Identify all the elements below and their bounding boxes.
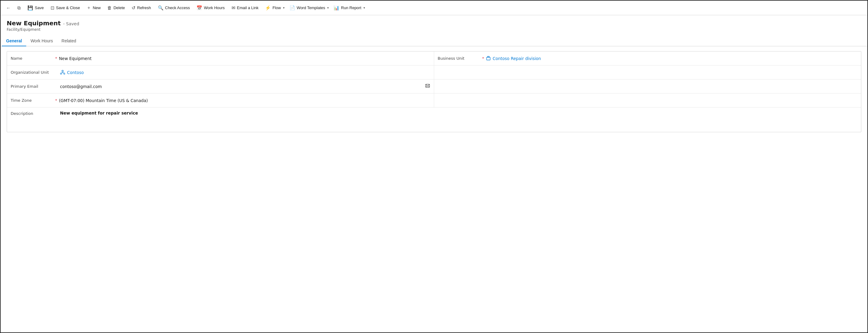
flow-label: Flow — [272, 5, 281, 10]
save-button[interactable]: 💾 Save — [24, 3, 47, 12]
tab-related[interactable]: Related — [57, 36, 81, 46]
form-right-business-unit: Business Unit * Contoso Repair division — [434, 52, 861, 65]
page-saved-status: - Saved — [63, 21, 79, 26]
back-button[interactable]: ← — [3, 3, 14, 12]
check-access-label: Check Access — [165, 5, 190, 10]
flow-icon: ⚡ — [265, 5, 271, 11]
new-button[interactable]: ＋ New — [84, 3, 103, 12]
org-unit-value[interactable]: Contoso — [67, 70, 430, 75]
org-unit-icon — [60, 70, 65, 75]
business-unit-required: * — [482, 56, 485, 61]
refresh-label: Refresh — [137, 5, 151, 10]
name-required: * — [55, 56, 57, 61]
svg-point-4 — [64, 73, 65, 74]
refresh-icon: ↺ — [132, 5, 135, 11]
form-row-org-unit: Organizational Unit Contoso — [7, 65, 861, 80]
form-row-email: Primary Email contoso@gmail.com — [7, 80, 861, 94]
run-report-dropdown-arrow: ▾ — [364, 6, 365, 9]
run-report-icon: 📊 — [334, 5, 339, 11]
svg-rect-1 — [488, 56, 489, 57]
form-left-org-unit: Organizational Unit Contoso — [7, 65, 434, 79]
time-zone-required: * — [55, 98, 57, 103]
form-left-email: Primary Email contoso@gmail.com — [7, 80, 434, 93]
name-value[interactable]: New Equipment — [59, 56, 430, 61]
check-access-icon: 🔍 — [158, 5, 164, 11]
word-templates-button[interactable]: 📄 Word Templates ▾ — [286, 3, 330, 12]
time-zone-value[interactable]: (GMT-07:00) Mountain Time (US & Canada) — [59, 98, 430, 103]
tab-general[interactable]: General — [2, 36, 26, 46]
word-templates-icon: 📄 — [289, 5, 295, 11]
svg-point-2 — [62, 70, 63, 72]
form-row-description: Description New equipment for repair ser… — [7, 108, 861, 132]
form-card: Name * New Equipment Business Unit * Con… — [7, 51, 861, 132]
work-hours-icon: 📅 — [196, 5, 202, 11]
run-report-button[interactable]: 📊 Run Report ▾ — [331, 3, 366, 12]
work-hours-button[interactable]: 📅 Work Hours — [193, 3, 227, 12]
form-left-name: Name * New Equipment — [7, 52, 434, 65]
email-link-icon: ✉ — [231, 5, 236, 11]
toolbar: ← ⧉ 💾 Save ⊡ Save & Close ＋ New 🗑 Delete… — [1, 1, 867, 15]
delete-button[interactable]: 🗑 Delete — [104, 3, 128, 12]
check-access-button[interactable]: 🔍 Check Access — [155, 3, 193, 12]
page-header: New Equipment - Saved Facility/Equipment — [1, 15, 867, 32]
flow-dropdown-arrow: ▾ — [283, 6, 285, 9]
form-right-org-unit-empty — [434, 65, 861, 79]
new-label: New — [93, 5, 100, 10]
tab-work-hours[interactable]: Work Hours — [26, 36, 57, 46]
org-unit-label: Organizational Unit — [11, 70, 53, 74]
business-unit-value[interactable]: Contoso Repair division — [493, 56, 857, 61]
email-link-label: Email a Link — [237, 5, 259, 10]
save-label: Save — [35, 5, 44, 10]
name-label: Name — [11, 56, 53, 61]
form-right-timezone-empty — [434, 94, 861, 107]
email-link-button[interactable]: ✉ Email a Link — [228, 3, 262, 12]
form-right-email-empty — [434, 80, 861, 93]
svg-point-3 — [60, 73, 62, 74]
form-area: Name * New Equipment Business Unit * Con… — [1, 46, 867, 137]
save-icon: 💾 — [27, 5, 33, 11]
description-label: Description — [11, 111, 53, 116]
time-zone-label: Time Zone — [11, 98, 53, 103]
word-templates-label: Word Templates — [297, 5, 325, 10]
window-icon: ⧉ — [18, 5, 21, 11]
form-left-timezone: Time Zone * (GMT-07:00) Mountain Time (U… — [7, 94, 434, 107]
save-close-label: Save & Close — [56, 5, 80, 10]
run-report-label: Run Report — [341, 5, 361, 10]
form-row-timezone: Time Zone * (GMT-07:00) Mountain Time (U… — [7, 94, 861, 108]
form-row-name: Name * New Equipment Business Unit * Con… — [7, 52, 861, 65]
window-button[interactable]: ⧉ — [14, 3, 24, 12]
primary-email-label: Primary Email — [11, 84, 53, 89]
delete-icon: 🗑 — [107, 5, 112, 10]
save-close-button[interactable]: ⊡ Save & Close — [48, 3, 83, 12]
back-icon: ← — [6, 5, 11, 10]
tabs: General Work Hours Related — [1, 36, 867, 46]
description-value[interactable]: New equipment for repair service — [60, 111, 138, 116]
work-hours-label: Work Hours — [204, 5, 224, 10]
business-unit-label: Business Unit — [438, 56, 480, 61]
save-close-icon: ⊡ — [51, 5, 55, 11]
new-icon: ＋ — [87, 5, 91, 11]
flow-button[interactable]: ⚡ Flow ▾ — [262, 3, 285, 12]
email-action-icon[interactable] — [425, 83, 430, 90]
email-row-inner: contoso@gmail.com — [60, 83, 430, 90]
page-title: New Equipment — [7, 20, 61, 27]
delete-label: Delete — [113, 5, 125, 10]
refresh-button[interactable]: ↺ Refresh — [129, 3, 154, 12]
word-templates-dropdown-arrow: ▾ — [327, 6, 329, 9]
svg-rect-0 — [487, 57, 490, 60]
page-subtitle: Facility/Equipment — [7, 27, 861, 32]
business-unit-icon — [486, 56, 491, 61]
primary-email-value[interactable]: contoso@gmail.com — [60, 84, 423, 89]
